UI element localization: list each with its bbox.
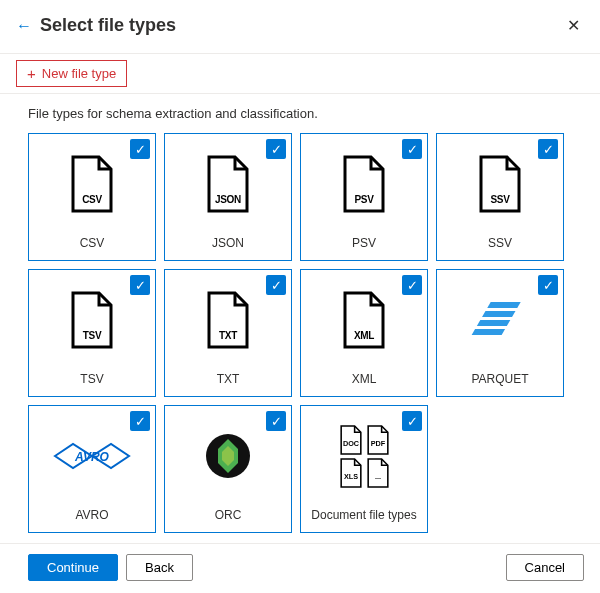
file-type-tile-tsv[interactable]: ✓TSVTSV xyxy=(28,269,156,397)
file-type-grid: ✓CSVCSV✓JSONJSON✓PSVPSV✓SSVSSV✓TSVTSV✓TX… xyxy=(0,133,600,533)
tile-label: ORC xyxy=(213,500,244,532)
file-icon-text: CSV xyxy=(73,194,111,205)
close-icon[interactable]: ✕ xyxy=(563,12,584,39)
checkmark-icon: ✓ xyxy=(402,275,422,295)
svg-rect-1 xyxy=(482,311,515,317)
file-icon-text: SSV xyxy=(481,194,519,205)
file-icon-text: PSV xyxy=(345,194,383,205)
file-icon-text: TSV xyxy=(73,330,111,341)
tile-label: CSV xyxy=(78,228,107,260)
file-icon-text: TXT xyxy=(209,330,247,341)
file-type-tile-avro[interactable]: ✓ AVRO AVRO xyxy=(28,405,156,533)
svg-rect-0 xyxy=(487,302,520,308)
checkmark-icon: ✓ xyxy=(266,139,286,159)
tile-label: XML xyxy=(350,364,379,396)
svg-text:AVRO: AVRO xyxy=(74,450,109,464)
file-type-tile-csv[interactable]: ✓CSVCSV xyxy=(28,133,156,261)
tile-label: PARQUET xyxy=(469,364,530,396)
back-arrow-icon[interactable]: ← xyxy=(16,17,32,35)
file-type-tile-json[interactable]: ✓JSONJSON xyxy=(164,133,292,261)
checkmark-icon: ✓ xyxy=(538,139,558,159)
cancel-button[interactable]: Cancel xyxy=(506,554,584,581)
file-type-tile-orc[interactable]: ✓ ORC xyxy=(164,405,292,533)
checkmark-icon: ✓ xyxy=(266,411,286,431)
checkmark-icon: ✓ xyxy=(266,275,286,295)
file-type-tile-parquet[interactable]: ✓ PARQUET xyxy=(436,269,564,397)
back-button[interactable]: Back xyxy=(126,554,193,581)
tile-label: TSV xyxy=(78,364,105,396)
file-type-tile-ssv[interactable]: ✓SSVSSV xyxy=(436,133,564,261)
svg-text:DOC: DOC xyxy=(342,438,359,447)
tile-label: SSV xyxy=(486,228,514,260)
tile-label: TXT xyxy=(215,364,242,396)
file-type-tile-txt[interactable]: ✓TXTTXT xyxy=(164,269,292,397)
svg-text:XLS: XLS xyxy=(343,471,357,480)
file-icon-text: XML xyxy=(345,330,383,341)
svg-text:PDF: PDF xyxy=(370,438,385,447)
checkmark-icon: ✓ xyxy=(538,275,558,295)
checkmark-icon: ✓ xyxy=(130,411,150,431)
svg-rect-2 xyxy=(477,320,510,326)
checkmark-icon: ✓ xyxy=(130,275,150,295)
svg-text:...: ... xyxy=(374,471,380,480)
new-file-type-label: New file type xyxy=(42,66,116,81)
file-icon-text: JSON xyxy=(209,194,247,205)
checkmark-icon: ✓ xyxy=(402,411,422,431)
checkmark-icon: ✓ xyxy=(130,139,150,159)
plus-icon: + xyxy=(27,65,36,82)
new-file-type-button[interactable]: + New file type xyxy=(16,60,127,87)
description-text: File types for schema extraction and cla… xyxy=(0,106,600,133)
file-type-tile-xml[interactable]: ✓XMLXML xyxy=(300,269,428,397)
continue-button[interactable]: Continue xyxy=(28,554,118,581)
checkmark-icon: ✓ xyxy=(402,139,422,159)
tile-label: JSON xyxy=(210,228,246,260)
file-type-tile-psv[interactable]: ✓PSVPSV xyxy=(300,133,428,261)
tile-label: Document file types xyxy=(309,500,418,532)
tile-label: PSV xyxy=(350,228,378,260)
svg-rect-3 xyxy=(472,329,505,335)
page-title: Select file types xyxy=(40,15,563,36)
tile-label: AVRO xyxy=(73,500,110,532)
file-type-tile-document-file-types[interactable]: ✓DOCPDFXLS...Document file types xyxy=(300,405,428,533)
